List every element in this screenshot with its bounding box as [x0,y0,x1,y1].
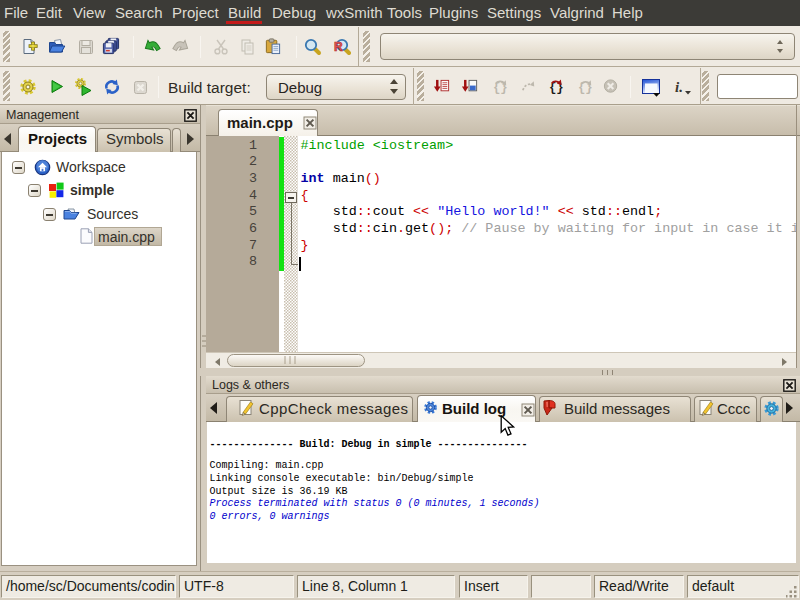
svg-text:i.: i. [675,79,683,95]
svg-text:R: R [334,40,343,54]
svg-text:{}: {} [549,81,564,95]
